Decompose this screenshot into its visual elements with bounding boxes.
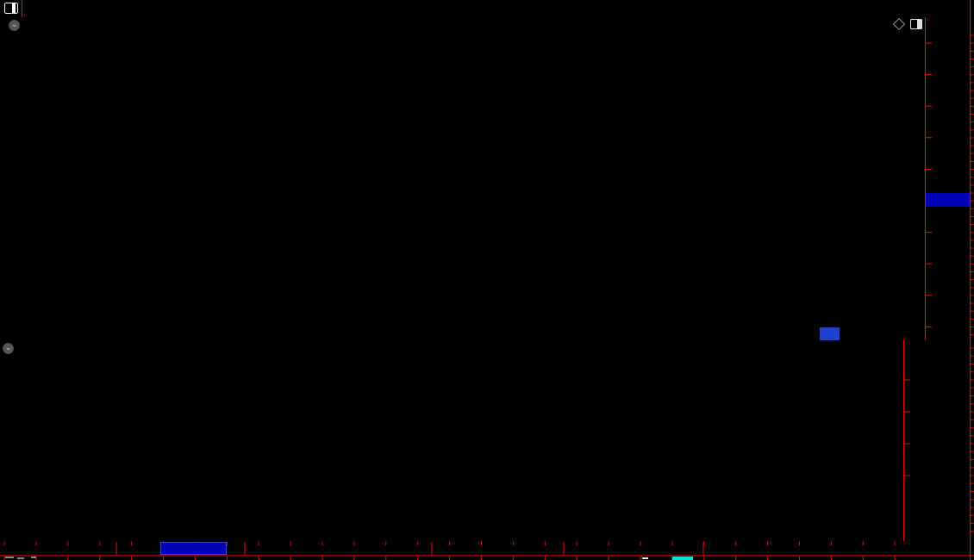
collapse-circle-icon[interactable]: ⌄	[3, 343, 14, 354]
clipped-pane-bar-sliver	[642, 557, 648, 559]
trading-app-window: { "window": {"width": 1130, "height": 65…	[0, 0, 974, 560]
chevron-down-circle-icon[interactable]: ⌄	[9, 20, 20, 31]
selected-date-badge	[160, 542, 227, 555]
top-menu-bar	[0, 0, 974, 16]
clipped-pane-text-sliver	[31, 557, 36, 558]
window-split-icon[interactable]	[4, 3, 18, 14]
indicator-header: ⌄	[3, 342, 27, 355]
tools-menu	[970, 0, 971, 16]
current-price-badge	[926, 193, 970, 207]
diamond-icon[interactable]	[893, 18, 905, 30]
clipped-pane-text-sliver	[5, 557, 14, 558]
title-bar: ⌄	[3, 18, 20, 32]
chart-canvas[interactable]	[0, 0, 974, 560]
clipped-pane-text-sliver	[17, 557, 24, 559]
panel-layout-icon[interactable]	[910, 19, 922, 29]
title-bar-icons	[895, 19, 922, 29]
clipped-pane-bar-sliver	[672, 557, 693, 560]
cai-news-badge[interactable]	[820, 327, 840, 340]
